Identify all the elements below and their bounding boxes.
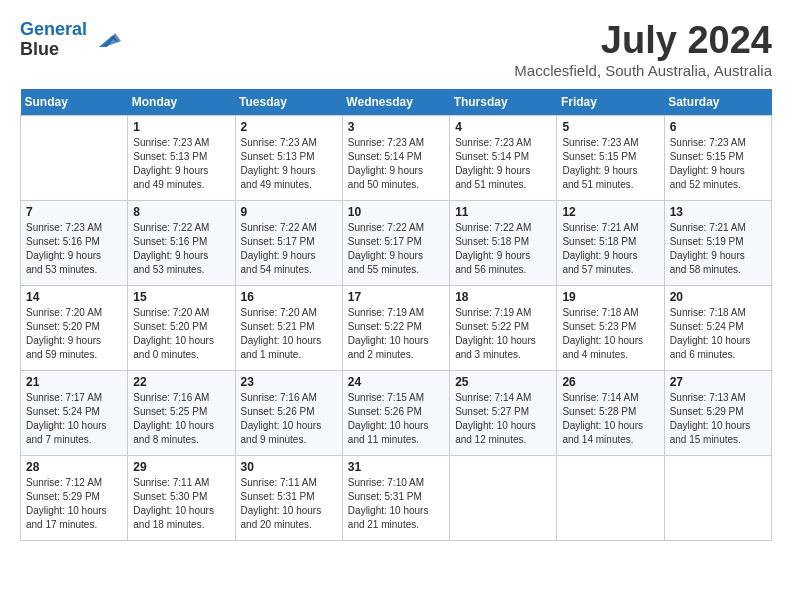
day-number: 29 xyxy=(133,460,229,474)
logo-text: GeneralBlue xyxy=(20,20,87,60)
day-number: 7 xyxy=(26,205,122,219)
day-number: 22 xyxy=(133,375,229,389)
day-number: 5 xyxy=(562,120,658,134)
day-number: 25 xyxy=(455,375,551,389)
day-header-thursday: Thursday xyxy=(450,89,557,116)
calendar-cell: 8Sunrise: 7:22 AM Sunset: 5:16 PM Daylig… xyxy=(128,200,235,285)
calendar-cell: 26Sunrise: 7:14 AM Sunset: 5:28 PM Dayli… xyxy=(557,370,664,455)
calendar-cell: 5Sunrise: 7:23 AM Sunset: 5:15 PM Daylig… xyxy=(557,115,664,200)
calendar-cell: 11Sunrise: 7:22 AM Sunset: 5:18 PM Dayli… xyxy=(450,200,557,285)
calendar-cell: 28Sunrise: 7:12 AM Sunset: 5:29 PM Dayli… xyxy=(21,455,128,540)
calendar-cell: 14Sunrise: 7:20 AM Sunset: 5:20 PM Dayli… xyxy=(21,285,128,370)
calendar-cell: 13Sunrise: 7:21 AM Sunset: 5:19 PM Dayli… xyxy=(664,200,771,285)
day-header-wednesday: Wednesday xyxy=(342,89,449,116)
calendar-cell: 24Sunrise: 7:15 AM Sunset: 5:26 PM Dayli… xyxy=(342,370,449,455)
logo-icon xyxy=(91,25,121,55)
day-header-monday: Monday xyxy=(128,89,235,116)
day-number: 26 xyxy=(562,375,658,389)
month-title: July 2024 xyxy=(514,20,772,62)
calendar-cell: 10Sunrise: 7:22 AM Sunset: 5:17 PM Dayli… xyxy=(342,200,449,285)
day-info: Sunrise: 7:17 AM Sunset: 5:24 PM Dayligh… xyxy=(26,391,122,447)
day-info: Sunrise: 7:15 AM Sunset: 5:26 PM Dayligh… xyxy=(348,391,444,447)
day-info: Sunrise: 7:19 AM Sunset: 5:22 PM Dayligh… xyxy=(455,306,551,362)
calendar-cell xyxy=(450,455,557,540)
day-info: Sunrise: 7:19 AM Sunset: 5:22 PM Dayligh… xyxy=(348,306,444,362)
calendar-body: 1Sunrise: 7:23 AM Sunset: 5:13 PM Daylig… xyxy=(21,115,772,540)
calendar-cell xyxy=(664,455,771,540)
day-info: Sunrise: 7:22 AM Sunset: 5:17 PM Dayligh… xyxy=(348,221,444,277)
day-info: Sunrise: 7:14 AM Sunset: 5:28 PM Dayligh… xyxy=(562,391,658,447)
calendar-cell: 25Sunrise: 7:14 AM Sunset: 5:27 PM Dayli… xyxy=(450,370,557,455)
day-number: 17 xyxy=(348,290,444,304)
day-number: 1 xyxy=(133,120,229,134)
calendar-cell: 31Sunrise: 7:10 AM Sunset: 5:31 PM Dayli… xyxy=(342,455,449,540)
title-block: July 2024 Macclesfield, South Australia,… xyxy=(514,20,772,79)
calendar-week-2: 7Sunrise: 7:23 AM Sunset: 5:16 PM Daylig… xyxy=(21,200,772,285)
day-number: 19 xyxy=(562,290,658,304)
calendar-cell: 20Sunrise: 7:18 AM Sunset: 5:24 PM Dayli… xyxy=(664,285,771,370)
page-header: GeneralBlue July 2024 Macclesfield, Sout… xyxy=(20,20,772,79)
calendar-cell: 22Sunrise: 7:16 AM Sunset: 5:25 PM Dayli… xyxy=(128,370,235,455)
day-number: 14 xyxy=(26,290,122,304)
day-number: 16 xyxy=(241,290,337,304)
day-info: Sunrise: 7:23 AM Sunset: 5:14 PM Dayligh… xyxy=(455,136,551,192)
day-info: Sunrise: 7:11 AM Sunset: 5:30 PM Dayligh… xyxy=(133,476,229,532)
calendar-cell: 27Sunrise: 7:13 AM Sunset: 5:29 PM Dayli… xyxy=(664,370,771,455)
logo: GeneralBlue xyxy=(20,20,121,60)
calendar-week-3: 14Sunrise: 7:20 AM Sunset: 5:20 PM Dayli… xyxy=(21,285,772,370)
day-info: Sunrise: 7:23 AM Sunset: 5:16 PM Dayligh… xyxy=(26,221,122,277)
day-header-sunday: Sunday xyxy=(21,89,128,116)
day-info: Sunrise: 7:22 AM Sunset: 5:17 PM Dayligh… xyxy=(241,221,337,277)
day-info: Sunrise: 7:23 AM Sunset: 5:13 PM Dayligh… xyxy=(241,136,337,192)
day-number: 13 xyxy=(670,205,766,219)
calendar-cell: 29Sunrise: 7:11 AM Sunset: 5:30 PM Dayli… xyxy=(128,455,235,540)
day-number: 6 xyxy=(670,120,766,134)
day-number: 30 xyxy=(241,460,337,474)
day-info: Sunrise: 7:22 AM Sunset: 5:16 PM Dayligh… xyxy=(133,221,229,277)
day-number: 20 xyxy=(670,290,766,304)
calendar-cell: 12Sunrise: 7:21 AM Sunset: 5:18 PM Dayli… xyxy=(557,200,664,285)
day-number: 23 xyxy=(241,375,337,389)
day-number: 8 xyxy=(133,205,229,219)
calendar-table: SundayMondayTuesdayWednesdayThursdayFrid… xyxy=(20,89,772,541)
day-number: 12 xyxy=(562,205,658,219)
day-info: Sunrise: 7:23 AM Sunset: 5:14 PM Dayligh… xyxy=(348,136,444,192)
day-info: Sunrise: 7:23 AM Sunset: 5:15 PM Dayligh… xyxy=(670,136,766,192)
calendar-header-row: SundayMondayTuesdayWednesdayThursdayFrid… xyxy=(21,89,772,116)
day-number: 10 xyxy=(348,205,444,219)
day-number: 9 xyxy=(241,205,337,219)
day-number: 3 xyxy=(348,120,444,134)
day-info: Sunrise: 7:10 AM Sunset: 5:31 PM Dayligh… xyxy=(348,476,444,532)
day-info: Sunrise: 7:13 AM Sunset: 5:29 PM Dayligh… xyxy=(670,391,766,447)
day-number: 27 xyxy=(670,375,766,389)
calendar-cell: 4Sunrise: 7:23 AM Sunset: 5:14 PM Daylig… xyxy=(450,115,557,200)
day-info: Sunrise: 7:11 AM Sunset: 5:31 PM Dayligh… xyxy=(241,476,337,532)
calendar-cell xyxy=(21,115,128,200)
day-info: Sunrise: 7:23 AM Sunset: 5:13 PM Dayligh… xyxy=(133,136,229,192)
day-info: Sunrise: 7:20 AM Sunset: 5:20 PM Dayligh… xyxy=(26,306,122,362)
day-info: Sunrise: 7:21 AM Sunset: 5:19 PM Dayligh… xyxy=(670,221,766,277)
day-number: 4 xyxy=(455,120,551,134)
calendar-week-1: 1Sunrise: 7:23 AM Sunset: 5:13 PM Daylig… xyxy=(21,115,772,200)
calendar-cell: 16Sunrise: 7:20 AM Sunset: 5:21 PM Dayli… xyxy=(235,285,342,370)
calendar-cell: 17Sunrise: 7:19 AM Sunset: 5:22 PM Dayli… xyxy=(342,285,449,370)
calendar-cell: 1Sunrise: 7:23 AM Sunset: 5:13 PM Daylig… xyxy=(128,115,235,200)
day-info: Sunrise: 7:21 AM Sunset: 5:18 PM Dayligh… xyxy=(562,221,658,277)
day-number: 21 xyxy=(26,375,122,389)
day-number: 31 xyxy=(348,460,444,474)
day-info: Sunrise: 7:23 AM Sunset: 5:15 PM Dayligh… xyxy=(562,136,658,192)
calendar-cell: 21Sunrise: 7:17 AM Sunset: 5:24 PM Dayli… xyxy=(21,370,128,455)
calendar-week-4: 21Sunrise: 7:17 AM Sunset: 5:24 PM Dayli… xyxy=(21,370,772,455)
day-header-friday: Friday xyxy=(557,89,664,116)
calendar-cell: 2Sunrise: 7:23 AM Sunset: 5:13 PM Daylig… xyxy=(235,115,342,200)
calendar-week-5: 28Sunrise: 7:12 AM Sunset: 5:29 PM Dayli… xyxy=(21,455,772,540)
calendar-cell: 7Sunrise: 7:23 AM Sunset: 5:16 PM Daylig… xyxy=(21,200,128,285)
calendar-cell: 18Sunrise: 7:19 AM Sunset: 5:22 PM Dayli… xyxy=(450,285,557,370)
day-header-saturday: Saturday xyxy=(664,89,771,116)
calendar-cell: 19Sunrise: 7:18 AM Sunset: 5:23 PM Dayli… xyxy=(557,285,664,370)
calendar-cell xyxy=(557,455,664,540)
day-number: 28 xyxy=(26,460,122,474)
calendar-cell: 23Sunrise: 7:16 AM Sunset: 5:26 PM Dayli… xyxy=(235,370,342,455)
day-info: Sunrise: 7:16 AM Sunset: 5:25 PM Dayligh… xyxy=(133,391,229,447)
day-number: 15 xyxy=(133,290,229,304)
